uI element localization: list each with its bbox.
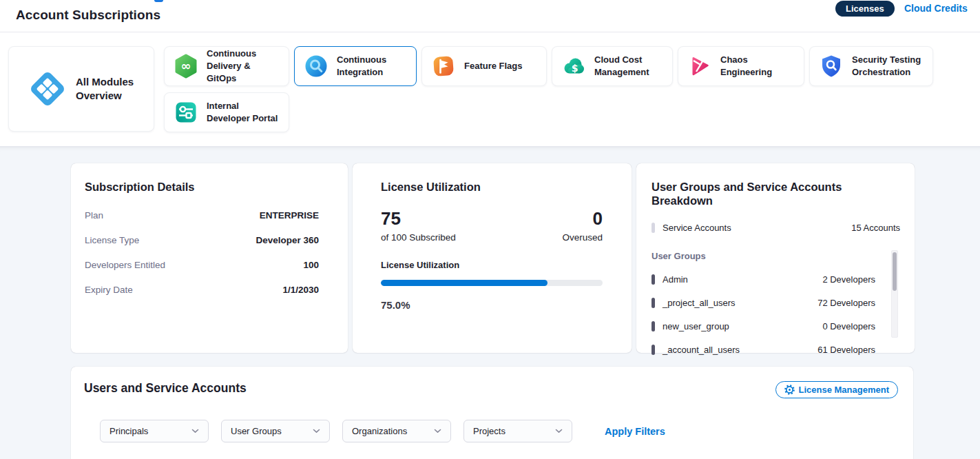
service-accounts-row: Service Accounts 15 Accounts: [651, 223, 900, 233]
cloud-credits-tab[interactable]: Cloud Credits: [904, 3, 968, 14]
utilization-bar-label: License Utilization: [381, 260, 603, 270]
user-group-name: new_user_group: [663, 321, 729, 332]
detail-label: License Type: [85, 235, 139, 245]
detail-row: Expiry Date 1/1/2030: [85, 285, 319, 295]
detail-value: 100: [303, 260, 319, 270]
dropdown-label: User Groups: [231, 426, 282, 436]
used-count: 75: [381, 209, 456, 228]
detail-label: Developers Entitled: [85, 260, 165, 270]
user-group-row: Admin 2 Developers: [651, 274, 875, 285]
service-accounts-pill-icon: [651, 223, 655, 233]
usage-summary: 75 of 100 Subscribed 0 Overused: [381, 209, 603, 243]
service-accounts-label: Service Accounts: [663, 223, 731, 233]
module-cards-row-2: Internal Developer Portal: [164, 92, 933, 132]
licenses-tab[interactable]: Licenses: [835, 1, 895, 17]
page-title: Account Subscriptions: [16, 8, 160, 23]
module-card-chaos-engineering[interactable]: Chaos Engineering: [678, 46, 804, 86]
license-utilization-bar-track: [381, 280, 603, 286]
module-selector: All Modules Overview ∞ Continuous Delive…: [0, 32, 980, 146]
module-card-feature-flags[interactable]: Feature Flags: [421, 46, 547, 86]
all-modules-label: All Modules Overview: [76, 75, 138, 103]
user-group-pill-icon: [651, 274, 655, 285]
user-group-name: _account_all_users: [663, 345, 740, 355]
user-group-value: 72 Developers: [817, 298, 875, 308]
module-label: Continuous Delivery & GitOps: [207, 48, 282, 85]
user-group-value: 2 Developers: [822, 274, 875, 285]
module-card-internal-developer-portal[interactable]: Internal Developer Portal: [164, 92, 289, 132]
module-label: Chaos Engineering: [720, 54, 797, 79]
page-header: Account Subscriptions Licenses Cloud Cre…: [0, 0, 980, 32]
module-card-cloud-cost-management[interactable]: $ Cloud Cost Management: [552, 46, 673, 86]
module-card-security-testing-orchestration[interactable]: Security Testing Orchestration: [809, 46, 933, 86]
license-utilization-card: License Utilization 75 of 100 Subscribed…: [353, 163, 632, 353]
detail-value: 1/1/2030: [282, 285, 319, 295]
principals-dropdown[interactable]: Principals: [100, 420, 209, 442]
scrollbar-track[interactable]: [891, 250, 898, 338]
sto-icon: [819, 54, 844, 79]
detail-value: Developer 360: [256, 235, 319, 245]
dropdown-label: Projects: [473, 426, 505, 436]
module-label: Security Testing Orchestration: [852, 54, 926, 79]
idp-icon: [174, 100, 198, 125]
dropdown-label: Principals: [110, 426, 148, 436]
organizations-dropdown[interactable]: Organizations: [342, 420, 451, 442]
ci-icon: [304, 54, 329, 79]
users-service-accounts-card: Users and Service Accounts License Manag…: [71, 367, 913, 459]
card-title: Subscription Details: [85, 180, 319, 194]
user-group-name: _project_all_users: [663, 298, 736, 308]
detail-row: Plan ENTERPRISE: [85, 210, 319, 221]
module-label: Internal Developer Portal: [207, 100, 282, 125]
scrollbar-thumb[interactable]: [893, 252, 897, 291]
all-modules-icon: [28, 70, 67, 108]
cloud-cost-icon: $: [561, 54, 586, 79]
license-management-label: License Management: [799, 385, 890, 395]
card-title: License Utilization: [381, 180, 603, 194]
user-group-name: Admin: [663, 274, 688, 285]
feature-flags-icon: [431, 54, 456, 79]
module-cards-grid: ∞ Continuous Delivery & GitOps: [164, 46, 933, 139]
dropdown-label: Organizations: [352, 426, 407, 436]
module-label: Continuous Integration: [337, 54, 409, 79]
license-management-button[interactable]: License Management: [775, 381, 899, 398]
module-card-continuous-delivery-gitops[interactable]: ∞ Continuous Delivery & GitOps: [164, 46, 289, 86]
license-utilization-bar-fill: [381, 280, 548, 286]
cd-gitops-icon: ∞: [174, 54, 198, 79]
svg-text:∞: ∞: [181, 59, 191, 73]
svg-text:$: $: [572, 63, 578, 74]
user-group-row: _project_all_users 72 Developers: [651, 298, 875, 308]
filters-row: Principals User Groups Organizations Pro…: [100, 420, 665, 442]
user-group-pill-icon: [651, 345, 655, 355]
chevron-down-icon: [555, 429, 563, 434]
overused-caption: Overused: [562, 232, 603, 243]
user-group-row: new_user_group 0 Developers: [651, 321, 875, 332]
chevron-down-icon: [313, 429, 320, 434]
user-groups-dropdown[interactable]: User Groups: [221, 420, 330, 442]
all-modules-card[interactable]: All Modules Overview: [8, 46, 154, 132]
subscription-details-card: Subscription Details Plan ENTERPRISE Lic…: [71, 163, 348, 353]
chevron-down-icon: [434, 429, 441, 434]
used-block: 75 of 100 Subscribed: [381, 209, 456, 243]
summary-cards-row: Subscription Details Plan ENTERPRISE Lic…: [71, 163, 915, 353]
projects-dropdown[interactable]: Projects: [463, 420, 572, 442]
chaos-icon: [687, 54, 712, 79]
detail-row: License Type Developer 360: [85, 235, 319, 245]
user-group-row: _account_all_users 61 Developers: [651, 345, 875, 355]
content-background: Subscription Details Plan ENTERPRISE Lic…: [0, 146, 980, 459]
chevron-down-icon: [191, 429, 199, 434]
account-subscriptions-page: Account Subscriptions Licenses Cloud Cre…: [0, 0, 980, 459]
detail-label: Expiry Date: [85, 285, 133, 295]
module-card-continuous-integration[interactable]: Continuous Integration: [294, 46, 417, 86]
apply-filters-link[interactable]: Apply Filters: [605, 426, 665, 437]
user-groups-heading: User Groups: [651, 251, 900, 261]
overused-count: 0: [562, 209, 603, 228]
user-group-value: 61 Developers: [817, 345, 875, 355]
module-label: Cloud Cost Management: [594, 54, 665, 79]
user-group-value: 0 Developers: [822, 321, 875, 332]
service-accounts-value: 15 Accounts: [851, 223, 900, 233]
card-title: User Groups and Service Accounts Breakdo…: [651, 180, 900, 207]
user-groups-breakdown-card: User Groups and Service Accounts Breakdo…: [636, 163, 915, 353]
detail-label: Plan: [85, 210, 103, 221]
overused-block: 0 Overused: [562, 209, 603, 243]
gear-icon: [784, 385, 795, 395]
module-label: Feature Flags: [464, 60, 523, 72]
